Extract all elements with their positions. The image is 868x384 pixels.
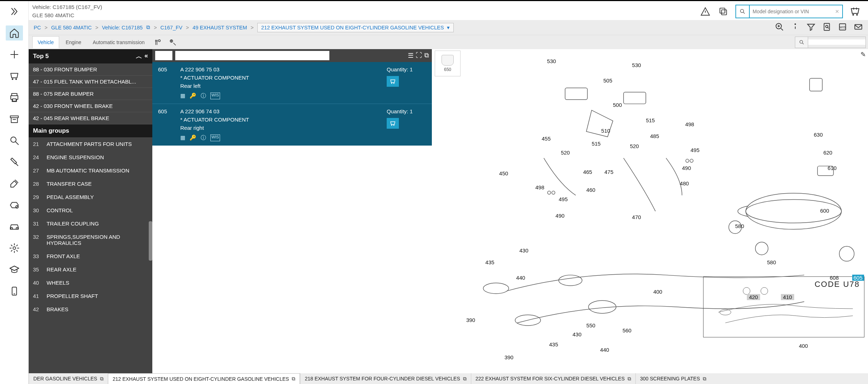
- diagram-callout[interactable]: 475: [604, 169, 613, 175]
- diagram-callout[interactable]: 460: [586, 187, 595, 193]
- strip-tab[interactable]: DER GASOLINE VEHICLES⧉: [29, 373, 108, 384]
- search-icon[interactable]: [795, 37, 808, 48]
- diagram-callout[interactable]: 600: [820, 208, 829, 214]
- search-icon[interactable]: [736, 5, 750, 18]
- zoom-in-icon[interactable]: [775, 22, 784, 33]
- diagram-callout[interactable]: 620: [823, 150, 832, 156]
- diagram-callout[interactable]: 435: [485, 259, 494, 265]
- external-link-icon[interactable]: ⧉: [463, 376, 467, 382]
- diagram-callout[interactable]: 490: [555, 213, 564, 219]
- main-group-item[interactable]: 21ATTACHMENT PARTS FOR UNITS: [29, 137, 152, 151]
- main-group-item[interactable]: 40WHEELS: [29, 276, 152, 289]
- rail-add[interactable]: [6, 47, 23, 62]
- grid-icon[interactable]: ▦: [180, 134, 185, 141]
- tool1-icon[interactable]: [151, 35, 164, 49]
- rail-search[interactable]: [6, 133, 23, 148]
- diagram-callout[interactable]: 390: [466, 317, 475, 323]
- grid-icon[interactable]: ▦: [180, 93, 185, 99]
- diagram-callout[interactable]: 400: [653, 289, 662, 295]
- rail-print[interactable]: [6, 90, 23, 105]
- top5-item[interactable]: 47 - 015 FUEL TANK WITH DETACHABL...: [29, 76, 152, 88]
- clear-icon[interactable]: ✕: [832, 5, 842, 18]
- crumb-system[interactable]: 49 EXHAUST SYSTEM: [192, 25, 247, 30]
- key-icon[interactable]: 🔑: [190, 134, 196, 141]
- main-group-item[interactable]: 30CONTROL: [29, 204, 152, 217]
- diagram-callout[interactable]: 500: [613, 102, 622, 108]
- crumb-model[interactable]: GLE 580 4MATIC: [51, 25, 92, 30]
- part-row[interactable]: 605 A 222 906 75 03 * ACTUATOR COMPONENT…: [152, 62, 432, 104]
- diagram-callout[interactable]: 455: [542, 136, 551, 142]
- warning-icon[interactable]: [700, 6, 711, 17]
- diagram-callout[interactable]: 520: [561, 150, 570, 156]
- diagram-callout[interactable]: 530: [632, 62, 641, 68]
- diagram-callout[interactable]: 580: [735, 223, 744, 229]
- external-link-icon[interactable]: ⧉: [292, 376, 295, 382]
- rail-archive[interactable]: [6, 112, 23, 127]
- info-circle-icon[interactable]: ⓘ: [201, 134, 206, 141]
- rail-settings[interactable]: [6, 241, 23, 256]
- diagram-callout[interactable]: 440: [600, 347, 609, 353]
- main-group-item[interactable]: 31TRAILER COUPLING: [29, 217, 152, 230]
- main-group-item[interactable]: 28TRANSFER CASE: [29, 177, 152, 190]
- main-group-item[interactable]: 32SPRINGS,SUSPENSION AND HYDRAULICS: [29, 230, 152, 250]
- strip-tab[interactable]: 212 EXHAUST SYSTEM USED ON EIGHT-CYLINDE…: [108, 373, 300, 384]
- main-group-item[interactable]: 33FRONT AXLE: [29, 250, 152, 263]
- diagram-callout[interactable]: 440: [516, 275, 525, 281]
- diagram-callout[interactable]: 550: [586, 322, 595, 328]
- key-icon[interactable]: 🔑: [190, 93, 196, 99]
- diagram-callout[interactable]: 495: [559, 196, 568, 202]
- diagram-callout[interactable]: 420: [747, 294, 760, 300]
- rail-bolt[interactable]: [6, 155, 23, 170]
- mail-icon[interactable]: [854, 22, 863, 33]
- wis-icon[interactable]: WIS: [838, 22, 847, 33]
- diagram-callout[interactable]: 400: [799, 343, 808, 349]
- diagram-callout[interactable]: 560: [623, 327, 631, 333]
- header-cart-icon[interactable]: [849, 6, 861, 17]
- top5-item[interactable]: 88 - 030 FRONT BUMPER: [29, 63, 152, 76]
- crumb-vehicle[interactable]: Vehicle: C167185: [102, 25, 143, 30]
- diagram-callout[interactable]: 505: [604, 77, 612, 84]
- diagram-callout[interactable]: 498: [685, 121, 694, 127]
- filter-box-large[interactable]: [175, 51, 329, 60]
- add-to-cart-button[interactable]: [387, 118, 399, 129]
- collapse-up-icon[interactable]: ︿: [136, 52, 142, 61]
- part-row[interactable]: 605 A 222 906 74 03 * ACTUATOR COMPONENT…: [152, 104, 432, 146]
- rail-cart[interactable]: [6, 68, 23, 84]
- diagram-callout[interactable]: 390: [505, 354, 514, 360]
- main-group-item[interactable]: 42BRAKES: [29, 303, 152, 316]
- vin-search-input[interactable]: [750, 9, 832, 14]
- diagram-callout[interactable]: 465: [583, 169, 592, 175]
- rail-repair[interactable]: [6, 198, 23, 213]
- diagram-callout[interactable]: 495: [691, 147, 700, 153]
- crumb-final-dropdown[interactable]: 212 EXHAUST SYSTEM USED ON EIGHT-CYLINDE…: [257, 23, 454, 32]
- rail-paint[interactable]: [6, 176, 23, 191]
- info-icon[interactable]: [791, 22, 800, 33]
- main-group-item[interactable]: 35REAR AXLE: [29, 263, 152, 276]
- main-group-item[interactable]: 24ENGINE SUSPENSION: [29, 151, 152, 164]
- diagram-callout[interactable]: 520: [630, 143, 639, 149]
- diagram-callout[interactable]: 530: [547, 58, 556, 64]
- tab-vehicle[interactable]: Vehicle: [32, 36, 59, 48]
- diagram-callout[interactable]: 515: [592, 141, 601, 147]
- diagram-callout[interactable]: 515: [646, 117, 655, 123]
- popout-icon[interactable]: ⧉: [424, 52, 429, 60]
- external-link-icon[interactable]: ⧉: [703, 376, 706, 382]
- strip-tab[interactable]: 300 SCREENING PLATES⧉: [635, 373, 711, 384]
- rail-car[interactable]: [6, 219, 23, 234]
- diagram-callout[interactable]: 450: [499, 170, 508, 176]
- external-link-icon[interactable]: ⧉: [628, 376, 631, 382]
- diagram-callout[interactable]: 610: [828, 165, 836, 171]
- tab-search-input[interactable]: [808, 39, 865, 45]
- diagram-callout[interactable]: 480: [680, 180, 689, 186]
- top5-item[interactable]: 42 - 045 REAR WHEEL BRAKE: [29, 112, 152, 124]
- main-group-item[interactable]: 27MB AUTOMATIC TRANSMISSION: [29, 164, 152, 177]
- diagram-callout[interactable]: 580: [767, 259, 776, 265]
- filter-icon[interactable]: [806, 22, 816, 33]
- wis-small-icon[interactable]: WIS: [210, 134, 220, 141]
- diagram-callout[interactable]: 490: [682, 165, 691, 171]
- wis-small-icon[interactable]: WIS: [210, 93, 220, 99]
- diagram-callout[interactable]: 430: [519, 247, 528, 253]
- add-to-cart-button[interactable]: [387, 76, 399, 87]
- list-icon[interactable]: ☰: [408, 52, 414, 60]
- diagram-callout[interactable]: 435: [549, 341, 558, 347]
